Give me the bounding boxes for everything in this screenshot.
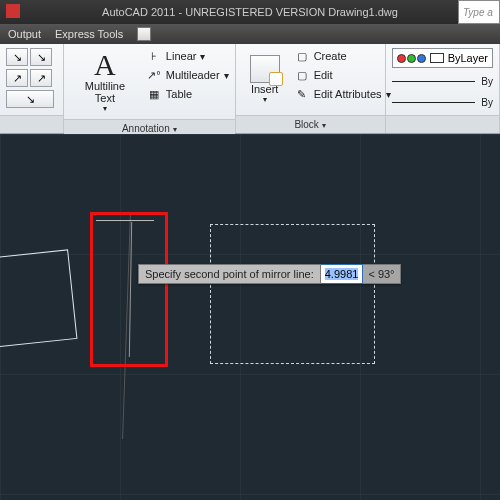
- distance-input[interactable]: 4.9981: [321, 264, 364, 284]
- layer-color-selector[interactable]: ByLayer: [392, 48, 493, 68]
- create-label: Create: [314, 50, 347, 62]
- leader-add-icon[interactable]: ↘: [30, 48, 52, 66]
- color-swatch-icon: [417, 54, 426, 63]
- leader-align-icon[interactable]: ↗: [30, 69, 52, 87]
- bylayer-swatch-icon: [430, 53, 444, 63]
- color-swatch-icon: [397, 54, 406, 63]
- multileader-label: Multileader: [166, 69, 220, 81]
- drawing-object: [96, 220, 154, 221]
- linetype-label: By: [481, 97, 493, 108]
- leader-tools: ↘ ↘ ↗ ↗ ↘: [6, 48, 57, 111]
- edit-attr-icon: ✎: [294, 86, 310, 102]
- dynamic-input-tooltip: Specify second point of mirror line: 4.9…: [138, 264, 401, 284]
- window-title: AutoCAD 2011 - UNREGISTERED VERSION Draw…: [102, 6, 398, 18]
- search-input[interactable]: Type a: [458, 0, 500, 24]
- leader-remove-icon[interactable]: ↗: [6, 69, 28, 87]
- linear-dimension-button[interactable]: ⊦ Linear ▾: [146, 48, 229, 64]
- dropdown-icon: ▾: [263, 95, 267, 104]
- multileader-icon: ↗°: [146, 67, 162, 83]
- line-icon: [392, 81, 476, 82]
- edit-label: Edit: [314, 69, 333, 81]
- tab-appearance-icon[interactable]: [137, 27, 151, 41]
- edit-block-button[interactable]: ▢ Edit: [294, 67, 391, 83]
- linear-label: Linear: [166, 50, 197, 62]
- edit-attr-label: Edit Attributes: [314, 88, 382, 100]
- linear-icon: ⊦: [146, 48, 162, 64]
- panel-label-leaders[interactable]: [0, 115, 63, 133]
- selection-marquee: [210, 224, 375, 364]
- insert-block-button[interactable]: Insert ▾: [242, 48, 288, 111]
- line-icon: [392, 102, 476, 103]
- ribbon: ↘ ↘ ↗ ↗ ↘ A Multiline Text ▾: [0, 44, 500, 134]
- app-logo-icon: [6, 4, 20, 18]
- dropdown-icon: ▾: [224, 70, 229, 81]
- edit-icon: ▢: [294, 67, 310, 83]
- ribbon-tabs: Output Express Tools: [0, 24, 500, 44]
- angle-readout: < 93°: [363, 264, 400, 284]
- dropdown-icon: ▾: [103, 104, 107, 113]
- drawing-object: [0, 249, 77, 348]
- create-block-button[interactable]: ▢ Create: [294, 48, 391, 64]
- tab-output[interactable]: Output: [8, 28, 41, 40]
- leader-icon[interactable]: ↘: [6, 48, 28, 66]
- text-icon: A: [94, 50, 116, 80]
- distance-value: 4.9981: [325, 268, 359, 280]
- table-button[interactable]: ▦ Table: [146, 86, 229, 102]
- multiline-text-button[interactable]: A Multiline Text ▾: [70, 48, 140, 115]
- dropdown-icon: ▾: [322, 121, 326, 130]
- lineweight-selector[interactable]: By: [392, 73, 493, 89]
- multileader-button[interactable]: ↗° Multileader ▾: [146, 67, 229, 83]
- tab-express-tools[interactable]: Express Tools: [55, 28, 123, 40]
- dropdown-icon: ▾: [200, 51, 205, 62]
- leader-collect-icon[interactable]: ↘: [6, 90, 54, 108]
- edit-attributes-button[interactable]: ✎ Edit Attributes ▾: [294, 86, 391, 102]
- search-placeholder: Type a: [463, 7, 493, 18]
- table-icon: ▦: [146, 86, 162, 102]
- title-bar: AutoCAD 2011 - UNREGISTERED VERSION Draw…: [0, 0, 500, 24]
- multiline-text-label: Multiline Text: [78, 80, 132, 104]
- panel-label-block[interactable]: Block▾: [236, 115, 385, 133]
- prompt-text: Specify second point of mirror line:: [138, 264, 321, 284]
- drawing-canvas[interactable]: Specify second point of mirror line: 4.9…: [0, 134, 500, 500]
- linetype-selector[interactable]: By: [392, 94, 493, 110]
- table-label: Table: [166, 88, 192, 100]
- create-icon: ▢: [294, 48, 310, 64]
- panel-label-properties[interactable]: [386, 115, 499, 133]
- color-swatch-icon: [407, 54, 416, 63]
- insert-icon: [250, 55, 280, 83]
- layer-name: ByLayer: [448, 52, 488, 64]
- lineweight-label: By: [481, 76, 493, 87]
- dropdown-icon: ▾: [173, 125, 177, 134]
